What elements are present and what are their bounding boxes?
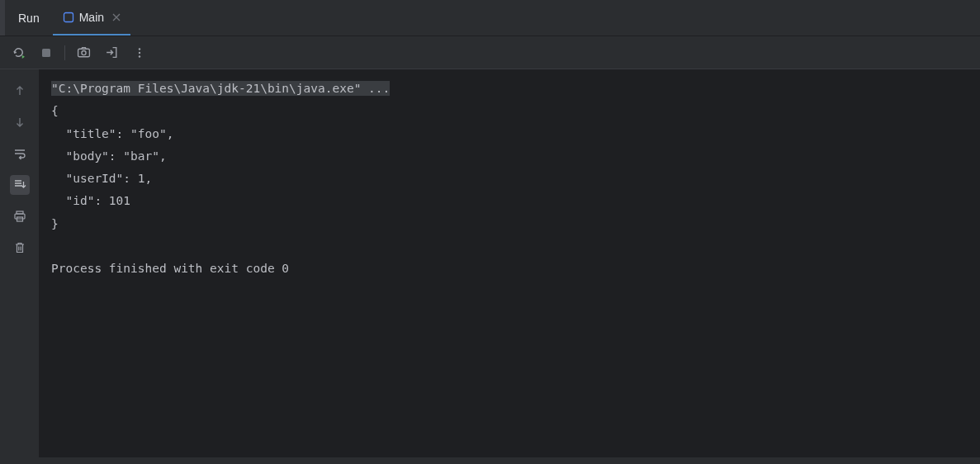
print-icon[interactable] bbox=[10, 206, 30, 226]
exit-icon[interactable] bbox=[103, 45, 120, 61]
command-line: "C:\Program Files\Java\jdk-21\bin\java.e… bbox=[51, 81, 390, 96]
svg-rect-1 bbox=[42, 49, 50, 57]
gutter bbox=[0, 69, 40, 457]
output-line: { bbox=[51, 104, 59, 117]
toolbar-separator bbox=[64, 45, 65, 60]
output-line: } bbox=[51, 217, 59, 230]
output-line: "userId": 1, bbox=[51, 172, 152, 185]
svg-rect-2 bbox=[78, 49, 89, 57]
rerun-button[interactable] bbox=[10, 45, 26, 61]
tab-label: Main bbox=[79, 11, 104, 24]
console-output[interactable]: "C:\Program Files\Java\jdk-21\bin\java.e… bbox=[40, 69, 980, 457]
trash-icon[interactable] bbox=[10, 238, 30, 258]
output-line: "id": 101 bbox=[51, 194, 130, 207]
scroll-to-end-icon[interactable] bbox=[10, 175, 30, 195]
svg-point-5 bbox=[139, 51, 140, 53]
svg-rect-8 bbox=[15, 214, 25, 219]
body-area: "C:\Program Files\Java\jdk-21\bin\java.e… bbox=[0, 69, 980, 457]
toolbar bbox=[0, 36, 980, 69]
arrow-up-icon[interactable] bbox=[10, 81, 30, 101]
svg-point-6 bbox=[139, 55, 140, 57]
soft-wrap-icon[interactable] bbox=[10, 144, 30, 163]
svg-rect-0 bbox=[64, 12, 73, 21]
output-line: Process finished with exit code 0 bbox=[51, 262, 289, 275]
output-line: "body": "bar", bbox=[51, 149, 167, 163]
camera-icon[interactable] bbox=[75, 45, 92, 61]
tab-main[interactable]: Main bbox=[53, 0, 130, 36]
close-icon[interactable] bbox=[112, 11, 121, 24]
svg-point-3 bbox=[81, 50, 85, 54]
bottom-bar bbox=[0, 457, 980, 464]
svg-point-4 bbox=[139, 48, 140, 50]
arrow-down-icon[interactable] bbox=[10, 112, 30, 132]
tool-window-title: Run bbox=[5, 12, 53, 25]
run-config-icon bbox=[63, 12, 74, 23]
tab-bar: Run Main bbox=[0, 0, 980, 36]
output-line: "title": "foo", bbox=[51, 127, 173, 140]
stop-button[interactable] bbox=[38, 45, 54, 61]
more-icon[interactable] bbox=[131, 45, 148, 61]
